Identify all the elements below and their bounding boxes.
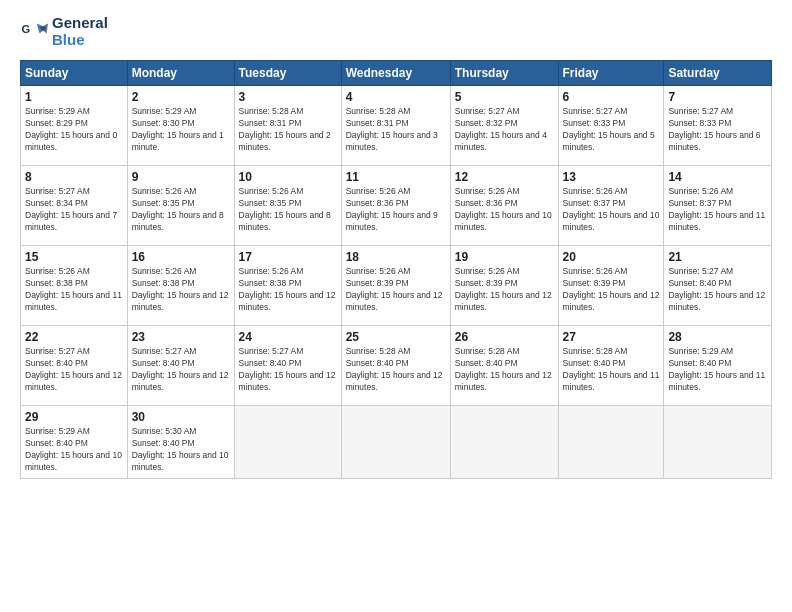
- calendar-cell: [450, 406, 558, 479]
- day-info: Sunrise: 5:27 AM Sunset: 8:40 PM Dayligh…: [25, 346, 123, 394]
- day-info: Sunrise: 5:27 AM Sunset: 8:40 PM Dayligh…: [239, 346, 337, 394]
- calendar-cell: [558, 406, 664, 479]
- day-number: 3: [239, 90, 337, 104]
- day-info: Sunrise: 5:29 AM Sunset: 8:40 PM Dayligh…: [25, 426, 123, 474]
- calendar-cell: 2 Sunrise: 5:29 AM Sunset: 8:30 PM Dayli…: [127, 86, 234, 166]
- day-number: 26: [455, 330, 554, 344]
- calendar-cell: 26 Sunrise: 5:28 AM Sunset: 8:40 PM Dayl…: [450, 326, 558, 406]
- calendar-table: SundayMondayTuesdayWednesdayThursdayFrid…: [20, 60, 772, 479]
- calendar-cell: 10 Sunrise: 5:26 AM Sunset: 8:35 PM Dayl…: [234, 166, 341, 246]
- day-number: 28: [668, 330, 767, 344]
- day-info: Sunrise: 5:26 AM Sunset: 8:39 PM Dayligh…: [346, 266, 446, 314]
- calendar-cell: [664, 406, 772, 479]
- day-number: 27: [563, 330, 660, 344]
- calendar-cell: 24 Sunrise: 5:27 AM Sunset: 8:40 PM Dayl…: [234, 326, 341, 406]
- day-number: 20: [563, 250, 660, 264]
- day-number: 17: [239, 250, 337, 264]
- calendar-cell: 4 Sunrise: 5:28 AM Sunset: 8:31 PM Dayli…: [341, 86, 450, 166]
- day-number: 14: [668, 170, 767, 184]
- day-number: 12: [455, 170, 554, 184]
- day-number: 21: [668, 250, 767, 264]
- day-number: 1: [25, 90, 123, 104]
- day-number: 11: [346, 170, 446, 184]
- day-info: Sunrise: 5:29 AM Sunset: 8:29 PM Dayligh…: [25, 106, 123, 154]
- calendar-cell: 1 Sunrise: 5:29 AM Sunset: 8:29 PM Dayli…: [21, 86, 128, 166]
- calendar-cell: 19 Sunrise: 5:26 AM Sunset: 8:39 PM Dayl…: [450, 246, 558, 326]
- day-info: Sunrise: 5:26 AM Sunset: 8:37 PM Dayligh…: [563, 186, 660, 234]
- calendar-cell: 18 Sunrise: 5:26 AM Sunset: 8:39 PM Dayl…: [341, 246, 450, 326]
- day-header-tuesday: Tuesday: [234, 61, 341, 86]
- calendar-cell: 22 Sunrise: 5:27 AM Sunset: 8:40 PM Dayl…: [21, 326, 128, 406]
- day-info: Sunrise: 5:26 AM Sunset: 8:38 PM Dayligh…: [132, 266, 230, 314]
- day-info: Sunrise: 5:28 AM Sunset: 8:40 PM Dayligh…: [563, 346, 660, 394]
- day-number: 4: [346, 90, 446, 104]
- day-number: 30: [132, 410, 230, 424]
- day-number: 16: [132, 250, 230, 264]
- calendar-cell: 30 Sunrise: 5:30 AM Sunset: 8:40 PM Dayl…: [127, 406, 234, 479]
- calendar-cell: 17 Sunrise: 5:26 AM Sunset: 8:38 PM Dayl…: [234, 246, 341, 326]
- day-number: 25: [346, 330, 446, 344]
- day-number: 19: [455, 250, 554, 264]
- day-header-friday: Friday: [558, 61, 664, 86]
- logo-line2: Blue: [52, 32, 108, 49]
- calendar-cell: 28 Sunrise: 5:29 AM Sunset: 8:40 PM Dayl…: [664, 326, 772, 406]
- calendar-cell: 9 Sunrise: 5:26 AM Sunset: 8:35 PM Dayli…: [127, 166, 234, 246]
- calendar-cell: 11 Sunrise: 5:26 AM Sunset: 8:36 PM Dayl…: [341, 166, 450, 246]
- day-info: Sunrise: 5:26 AM Sunset: 8:35 PM Dayligh…: [132, 186, 230, 234]
- logo-line1: General: [52, 15, 108, 32]
- calendar-cell: 5 Sunrise: 5:27 AM Sunset: 8:32 PM Dayli…: [450, 86, 558, 166]
- day-info: Sunrise: 5:27 AM Sunset: 8:33 PM Dayligh…: [563, 106, 660, 154]
- calendar-cell: 3 Sunrise: 5:28 AM Sunset: 8:31 PM Dayli…: [234, 86, 341, 166]
- logo-icon: G: [20, 18, 48, 46]
- calendar-cell: 8 Sunrise: 5:27 AM Sunset: 8:34 PM Dayli…: [21, 166, 128, 246]
- day-info: Sunrise: 5:26 AM Sunset: 8:38 PM Dayligh…: [25, 266, 123, 314]
- calendar-cell: 16 Sunrise: 5:26 AM Sunset: 8:38 PM Dayl…: [127, 246, 234, 326]
- day-header-wednesday: Wednesday: [341, 61, 450, 86]
- day-header-sunday: Sunday: [21, 61, 128, 86]
- day-info: Sunrise: 5:27 AM Sunset: 8:33 PM Dayligh…: [668, 106, 767, 154]
- day-number: 9: [132, 170, 230, 184]
- day-number: 10: [239, 170, 337, 184]
- calendar-cell: 6 Sunrise: 5:27 AM Sunset: 8:33 PM Dayli…: [558, 86, 664, 166]
- day-number: 2: [132, 90, 230, 104]
- calendar-cell: 13 Sunrise: 5:26 AM Sunset: 8:37 PM Dayl…: [558, 166, 664, 246]
- day-info: Sunrise: 5:26 AM Sunset: 8:36 PM Dayligh…: [455, 186, 554, 234]
- day-number: 13: [563, 170, 660, 184]
- day-info: Sunrise: 5:28 AM Sunset: 8:31 PM Dayligh…: [346, 106, 446, 154]
- day-info: Sunrise: 5:26 AM Sunset: 8:39 PM Dayligh…: [563, 266, 660, 314]
- day-info: Sunrise: 5:30 AM Sunset: 8:40 PM Dayligh…: [132, 426, 230, 474]
- day-info: Sunrise: 5:26 AM Sunset: 8:39 PM Dayligh…: [455, 266, 554, 314]
- day-number: 8: [25, 170, 123, 184]
- calendar-cell: 15 Sunrise: 5:26 AM Sunset: 8:38 PM Dayl…: [21, 246, 128, 326]
- day-number: 5: [455, 90, 554, 104]
- calendar-cell: 27 Sunrise: 5:28 AM Sunset: 8:40 PM Dayl…: [558, 326, 664, 406]
- day-info: Sunrise: 5:28 AM Sunset: 8:31 PM Dayligh…: [239, 106, 337, 154]
- day-info: Sunrise: 5:26 AM Sunset: 8:36 PM Dayligh…: [346, 186, 446, 234]
- day-header-saturday: Saturday: [664, 61, 772, 86]
- day-number: 15: [25, 250, 123, 264]
- day-info: Sunrise: 5:28 AM Sunset: 8:40 PM Dayligh…: [346, 346, 446, 394]
- calendar-cell: 25 Sunrise: 5:28 AM Sunset: 8:40 PM Dayl…: [341, 326, 450, 406]
- calendar-cell: 23 Sunrise: 5:27 AM Sunset: 8:40 PM Dayl…: [127, 326, 234, 406]
- day-number: 18: [346, 250, 446, 264]
- day-info: Sunrise: 5:26 AM Sunset: 8:38 PM Dayligh…: [239, 266, 337, 314]
- calendar-cell: [234, 406, 341, 479]
- svg-text:G: G: [21, 23, 30, 35]
- day-info: Sunrise: 5:26 AM Sunset: 8:35 PM Dayligh…: [239, 186, 337, 234]
- day-number: 22: [25, 330, 123, 344]
- day-number: 24: [239, 330, 337, 344]
- day-number: 23: [132, 330, 230, 344]
- calendar-cell: [341, 406, 450, 479]
- calendar-cell: 29 Sunrise: 5:29 AM Sunset: 8:40 PM Dayl…: [21, 406, 128, 479]
- day-info: Sunrise: 5:26 AM Sunset: 8:37 PM Dayligh…: [668, 186, 767, 234]
- day-info: Sunrise: 5:27 AM Sunset: 8:34 PM Dayligh…: [25, 186, 123, 234]
- day-header-monday: Monday: [127, 61, 234, 86]
- calendar-cell: 7 Sunrise: 5:27 AM Sunset: 8:33 PM Dayli…: [664, 86, 772, 166]
- day-number: 29: [25, 410, 123, 424]
- day-info: Sunrise: 5:29 AM Sunset: 8:40 PM Dayligh…: [668, 346, 767, 394]
- calendar-cell: 21 Sunrise: 5:27 AM Sunset: 8:40 PM Dayl…: [664, 246, 772, 326]
- calendar-cell: 14 Sunrise: 5:26 AM Sunset: 8:37 PM Dayl…: [664, 166, 772, 246]
- calendar-cell: 20 Sunrise: 5:26 AM Sunset: 8:39 PM Dayl…: [558, 246, 664, 326]
- day-info: Sunrise: 5:27 AM Sunset: 8:32 PM Dayligh…: [455, 106, 554, 154]
- day-info: Sunrise: 5:27 AM Sunset: 8:40 PM Dayligh…: [132, 346, 230, 394]
